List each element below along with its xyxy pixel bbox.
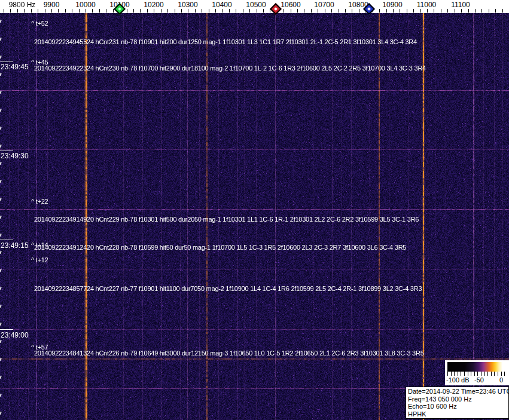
frequency-tick [175,9,175,13]
colorbar-ticks [447,372,505,376]
info-box: Date=2014-09-22 Time=23:46 UTC Freq=143 … [406,387,509,419]
colorbar-panel: -100 dB-500 [445,360,509,385]
marker-red-center-dot [274,7,278,11]
time-tick [0,240,13,240]
frequency-tick [113,9,114,13]
frequency-tick [495,9,496,13]
frequency-tick [92,9,93,13]
frequency-label: 10600 [281,1,300,9]
frequency-label: 9900 [44,1,60,9]
frequency-tick [263,9,264,13]
frequency-tick [99,9,100,13]
frequency-tick [65,9,66,13]
detection-log-line: 20140922234857724 hCnt227 nb-77 f10901 h… [34,285,422,292]
frequency-tick [45,9,45,13]
frequency-tick [161,9,161,13]
frequency-tick [413,9,414,13]
spectrogram-window: 9800 Hz990010000101001020010300104001050… [0,0,509,420]
frequency-label: 11100 [451,1,470,9]
frequency-tick [79,9,80,13]
info-date-time: Date=2014-09-22 Time=23:46 UTC [408,388,508,396]
marker-red-diamond-icon[interactable] [270,3,282,15]
frequency-tick [188,9,188,13]
frequency-tick [181,9,182,13]
frequency-tick [127,9,127,13]
frequency-tick [455,9,455,13]
detection-log-line: 20140922234914920 hCnt229 nb-78 f10301 h… [34,216,419,223]
frequency-label: 10300 [178,1,197,9]
frequency-tick [386,9,387,13]
frequency-tick [222,9,223,13]
frequency-tick [167,9,168,13]
frequency-label: 10500 [246,1,266,9]
frequency-tick [58,9,59,13]
colorbar-label: 0 [499,376,503,384]
frequency-tick [489,9,489,13]
frequency-tick [407,9,407,13]
frequency-label: 10900 [382,1,402,9]
frequency-tick [427,9,428,13]
frequency-tick [257,9,257,13]
marker-green-center-dot [118,7,121,11]
frequency-tick [393,9,394,13]
frequency-tick [434,9,434,13]
frequency-tick [359,9,359,13]
frequency-tick [400,9,400,13]
frequency-tick [502,9,503,13]
frequency-tick [24,9,25,13]
detection-log-line: 20140922234841324 hCnt226 nb-79 f10649 h… [34,350,424,357]
frequency-axis: 9800 Hz990010000101001020010300104001050… [0,0,509,13]
marker-blue-center-dot [367,7,371,11]
frequency-tick [106,9,106,13]
event-time-mark: ^ t+52 [31,20,48,27]
frequency-tick [304,9,304,13]
frequency-label: 10200 [144,1,163,9]
frequency-tick [209,9,209,13]
time-tick [0,62,13,62]
frequency-tick [72,9,72,13]
frequency-tick [215,9,216,13]
frequency-tick [379,9,380,13]
frequency-tick [352,9,352,13]
info-frequency: Freq=143 050 000 Hz [408,396,508,403]
frequency-tick [468,9,469,13]
frequency-tick [195,9,196,13]
frequency-tick [236,9,236,13]
time-label: 23:49:30 [1,152,29,160]
frequency-tick [147,9,148,13]
info-echo: Echo=10 600 Hz [408,403,508,410]
time-label: 23:49:15 [1,241,29,250]
event-time-mark: ^ t+22 [31,198,48,205]
frequency-tick [345,9,346,13]
frequency-tick [318,9,318,13]
frequency-tick [481,9,482,13]
frequency-tick [38,9,38,13]
frequency-label: 10000 [75,1,95,9]
frequency-tick [297,9,298,13]
frequency-label: 9800 Hz [9,1,36,9]
frequency-tick [447,9,448,13]
frequency-tick [4,9,4,13]
frequency-tick [284,9,284,13]
frequency-label: 10400 [212,1,231,9]
frequency-tick [10,9,11,13]
frequency-tick [243,9,243,13]
frequency-tick [475,9,476,13]
frequency-tick [86,9,86,13]
frequency-tick [202,9,202,13]
frequency-tick [441,9,441,13]
frequency-tick [291,9,291,13]
colorbar-label: -50 [474,376,484,384]
frequency-tick [229,9,230,13]
detection-log-line: 20140922234922324 hCnt230 nb-78 f10700 h… [34,65,426,72]
frequency-tick [461,9,462,13]
frequency-tick [311,9,312,13]
frequency-tick [31,9,32,13]
frequency-tick [133,9,134,13]
time-label: 23:49:45 [1,63,29,71]
frequency-tick [331,9,332,13]
frequency-tick [154,9,154,13]
time-tick [0,151,13,151]
colorbar-gradient [447,362,505,372]
frequency-tick [325,9,325,13]
